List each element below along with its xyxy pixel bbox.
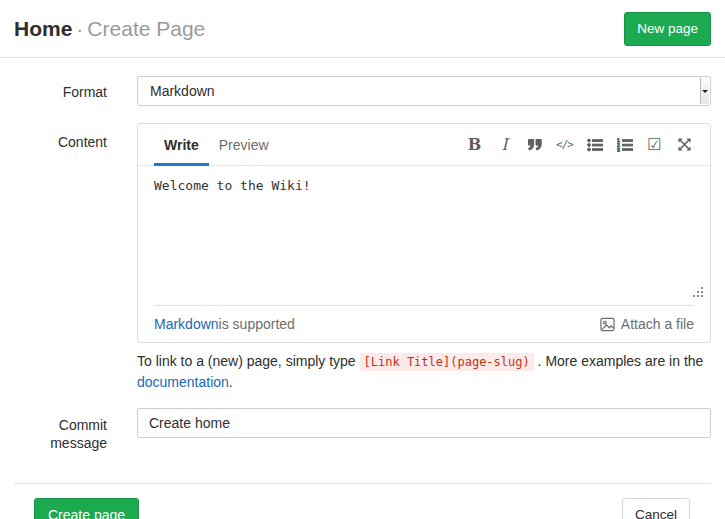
bold-icon[interactable]: B [465, 135, 484, 154]
tab-write[interactable]: Write [154, 124, 209, 166]
markdown-supported-text: is supported [219, 316, 295, 332]
svg-text:3: 3 [617, 146, 620, 151]
italic-icon[interactable]: I [495, 135, 514, 154]
markdown-editor: Write Preview B I </> [137, 123, 711, 343]
help-text-before: To link to a (new) page, simply type [137, 353, 360, 369]
editor-toolbar: B I </> [465, 124, 694, 165]
link-syntax-code: [Link Title](page-slug) [360, 353, 534, 371]
ordered-list-icon[interactable]: 1 2 3 [615, 138, 634, 152]
select-dropdown-strip[interactable] [700, 78, 709, 104]
wiki-create-form: Format Markdown Content Write Preview B … [0, 58, 725, 452]
help-text-period: . [229, 374, 233, 390]
editor-footer: Markdown is supported Attach a file [138, 306, 710, 342]
documentation-link[interactable]: documentation [137, 374, 229, 390]
code-icon[interactable]: </> [555, 138, 574, 151]
page-title-home: Home [14, 17, 72, 40]
format-select-value: Markdown [150, 83, 215, 99]
cancel-button[interactable]: Cancel [622, 498, 690, 519]
commit-message-input[interactable] [137, 408, 711, 438]
bullet-list-icon[interactable] [585, 138, 604, 152]
page-title-separator: · [72, 17, 87, 40]
page-title: Home·Create Page [14, 12, 205, 45]
attach-file-label: Attach a file [621, 316, 694, 332]
editor-body: Welcome to the Wiki! [138, 166, 710, 305]
link-help-text: To link to a (new) page, simply type [Li… [137, 351, 711, 392]
chevron-down-icon [702, 90, 708, 96]
new-page-button[interactable]: New page [624, 12, 711, 46]
image-icon [600, 317, 615, 332]
content-row: Content Write Preview B I [14, 123, 711, 392]
format-label: Format [14, 76, 107, 106]
page-header: Home·Create Page New page [0, 0, 725, 58]
page-title-subtitle: Create Page [87, 17, 205, 40]
resize-grip-icon[interactable] [691, 285, 704, 303]
help-text-after: . More examples are in the [534, 353, 704, 369]
tab-preview[interactable]: Preview [209, 124, 279, 166]
editor-tabs: Write Preview B I </> [138, 124, 710, 166]
form-actions: Create page Cancel [0, 484, 725, 519]
task-list-icon[interactable]: ☑ [645, 135, 664, 154]
fullscreen-icon[interactable] [675, 137, 694, 152]
format-select[interactable]: Markdown [137, 76, 711, 106]
content-label: Content [14, 123, 107, 392]
markdown-help-link[interactable]: Markdown [154, 316, 219, 332]
content-textarea[interactable]: Welcome to the Wiki! [138, 166, 710, 305]
commit-message-row: Commit message [14, 408, 711, 452]
format-row: Format Markdown [14, 76, 711, 106]
quote-icon[interactable] [525, 138, 544, 152]
attach-file-button[interactable]: Attach a file [600, 316, 694, 332]
commit-message-label: Commit message [14, 408, 107, 452]
create-page-button[interactable]: Create page [34, 498, 139, 519]
